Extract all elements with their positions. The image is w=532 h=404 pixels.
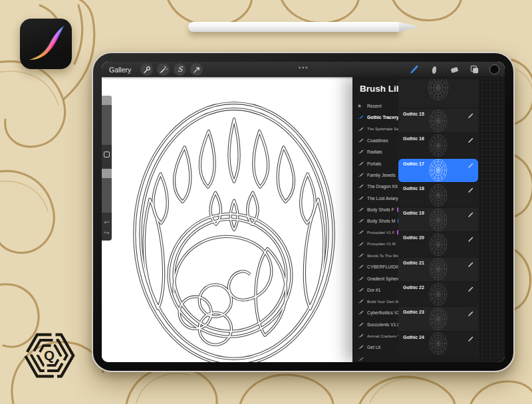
category-item[interactable]: Build Your Own Wolp... (352, 296, 398, 307)
smudge-icon[interactable] (430, 64, 440, 74)
category-item[interactable]: Gothic Tracery (352, 112, 398, 123)
brush-name: Gothic 15 (403, 112, 424, 116)
category-label: Gothic Tracery (367, 115, 398, 120)
edit-pencil-icon[interactable] (467, 236, 474, 243)
category-item[interactable]: CYBERFLUIDICS II (352, 261, 398, 272)
brush-row[interactable]: Gothic 21 (398, 258, 478, 281)
brush-row[interactable]: Gothic 24 (398, 332, 478, 355)
category-item[interactable]: Family Jewels (352, 169, 398, 181)
brush-row[interactable]: Gothic 15 (398, 109, 478, 132)
brush-name: Gothic 18 (403, 186, 424, 191)
brush-library-panel: Brush Library + ★ Recent Gothic Tracery … (352, 76, 505, 362)
brush-row[interactable]: Gothic 22 (398, 282, 478, 306)
sidebar-sliders: ↩ ↪ (102, 96, 112, 241)
edit-pencil-icon[interactable] (467, 261, 474, 268)
brush-stroke-icon (357, 150, 364, 155)
edit-pencil-icon[interactable] (467, 336, 474, 342)
brush-stroke-icon (357, 126, 364, 132)
redo-icon[interactable]: ↪ (102, 230, 112, 237)
category-item[interactable]: Portals (352, 157, 398, 169)
brush-row[interactable]: Gothic 19 (398, 208, 478, 231)
eraser-icon[interactable] (450, 64, 460, 74)
category-item[interactable]: Radials (352, 146, 398, 157)
brush-stroke-icon (357, 195, 364, 201)
adjustments-icon[interactable] (157, 63, 170, 76)
brush-stroke-icon (357, 219, 364, 224)
brush-row[interactable]: Gothic 17 (398, 159, 478, 182)
pencil-tip (399, 22, 417, 32)
selection-icon[interactable]: S (174, 63, 186, 76)
category-item[interactable]: Protoplast V1 M T (352, 239, 398, 250)
brush-thumbnail (428, 307, 448, 332)
category-label: Build Your Own Wolp... (367, 300, 398, 304)
category-label: The Lost Aviary (367, 196, 398, 201)
color-swatch[interactable] (489, 64, 499, 74)
category-item[interactable]: ★ Recent (352, 100, 398, 112)
brush-thumbnail (428, 257, 448, 282)
brush-name: Gothic 23 (403, 310, 424, 314)
brush-name: Gothic 20 (403, 235, 424, 240)
category-item[interactable]: Body Shots F T (352, 204, 398, 215)
brush-row[interactable]: Gothic 18 (398, 183, 478, 207)
category-item[interactable]: Coastlines (352, 135, 398, 146)
svg-text:Q: Q (44, 348, 55, 363)
category-item[interactable]: Get Lit (352, 342, 398, 353)
category-label: CYBERFLUIDICS II (367, 264, 398, 269)
undo-icon[interactable]: ↩ (102, 219, 112, 226)
brush-stroke-icon (357, 138, 364, 144)
brush-stroke-icon (357, 264, 364, 270)
brush-stroke-icon (357, 310, 364, 316)
brush-thumbnail (428, 158, 448, 183)
edit-pencil-icon[interactable] (467, 162, 474, 169)
wrench-icon[interactable] (140, 63, 153, 76)
brush-row[interactable] (398, 79, 478, 108)
category-label: Succulents V1.0 (367, 322, 398, 327)
category-item[interactable]: Protoplast V1 F T (352, 227, 398, 238)
brush-stroke-icon (357, 322, 364, 327)
opacity-handle[interactable] (102, 169, 112, 178)
layers-icon[interactable] (469, 64, 479, 74)
edit-pencil-icon[interactable] (467, 286, 474, 292)
paint-tools (410, 62, 499, 77)
category-item[interactable] (352, 354, 398, 362)
brush-name: Gothic 16 (403, 136, 424, 141)
modify-button[interactable] (104, 152, 110, 157)
category-item[interactable]: The Dragon Kit (352, 181, 398, 192)
category-item[interactable]: Cyberfluidics V2 (352, 307, 398, 318)
edit-pencil-icon[interactable] (467, 211, 474, 218)
promo-scene: Q (0, 0, 532, 404)
transform-icon[interactable] (190, 63, 203, 76)
edit-pencil-icon[interactable] (467, 137, 474, 144)
brush-name: Gothic 22 (403, 285, 424, 290)
category-label: Recent (367, 104, 382, 108)
more-options[interactable]: ••• (299, 64, 309, 71)
brush-row[interactable]: Gothic 20 (398, 233, 478, 256)
brush-thumbnail (428, 332, 448, 356)
category-item[interactable]: The Spitshade Set (352, 124, 398, 135)
brush-name: Gothic 17 (403, 161, 424, 166)
category-item[interactable]: Animal Crackers V1 (352, 330, 398, 342)
brush-size-slider[interactable] (102, 105, 112, 145)
brush-icon[interactable] (410, 64, 420, 74)
category-item[interactable]: Words To The Wise (352, 250, 398, 261)
edit-pencil-icon[interactable] (467, 112, 474, 119)
brush-row[interactable]: Gothic 16 (398, 134, 478, 157)
brush-stroke-icon (357, 184, 364, 189)
category-item[interactable]: Body Shots M T (352, 215, 398, 227)
category-label: Family Jewels (367, 173, 396, 177)
category-item[interactable]: Gradient Spheres (352, 272, 398, 284)
category-label: Get Lit (367, 345, 380, 350)
brush-stroke-icon (357, 299, 364, 304)
category-item[interactable]: The Lost Aviary (352, 192, 398, 203)
opacity-slider[interactable] (102, 178, 112, 213)
edit-pencil-icon[interactable] (467, 310, 474, 317)
brush-category-list: ★ Recent Gothic Tracery The Spitshade Se… (352, 100, 398, 362)
category-item[interactable]: Dor #1 (352, 284, 398, 296)
brush-row[interactable]: Gothic 23 (398, 307, 478, 330)
gallery-button[interactable]: Gallery (109, 66, 131, 74)
brush-list: Gothic 15 Gothic 16 Gothic 17 Gothic 18 … (398, 79, 478, 362)
edit-pencil-icon[interactable] (467, 187, 474, 193)
brush-stroke-icon (357, 161, 364, 166)
brush-size-handle[interactable] (102, 96, 112, 105)
category-item[interactable]: Succulents V1.0 (352, 319, 398, 330)
